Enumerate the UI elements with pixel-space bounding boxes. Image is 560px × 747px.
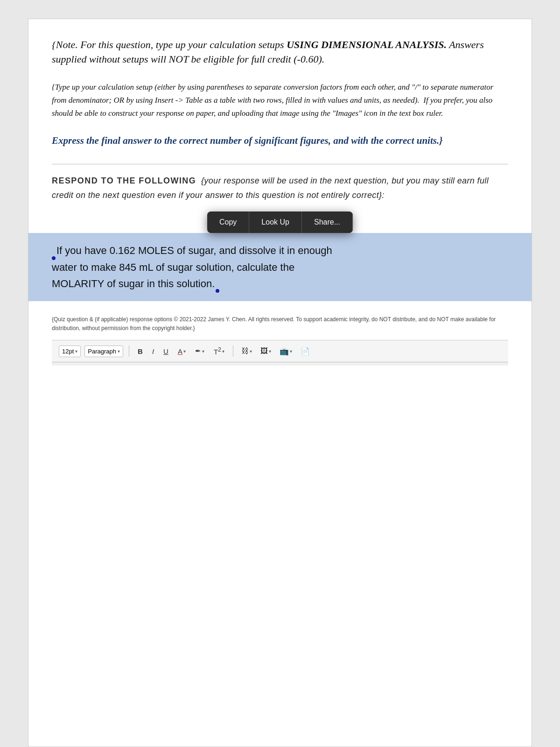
link-icon: ⛓ [241, 347, 249, 355]
content-area: {Note. For this question, type up your c… [28, 19, 532, 747]
selected-line1: If you have 0.162 MOLES of sugar, and di… [56, 245, 332, 256]
highlight-chevron: ▾ [202, 349, 204, 354]
font-color-label: A [178, 347, 182, 355]
toolbar-divider-1 [129, 345, 129, 357]
media-icon: 📺 [280, 347, 289, 356]
media-chevron: ▾ [290, 349, 292, 354]
font-size-select[interactable]: 12pt ▾ [59, 345, 81, 357]
highlight-label: ✒ [195, 347, 201, 355]
page-container: {Note. For this question, type up your c… [0, 0, 560, 747]
link-chevron: ▾ [250, 349, 252, 354]
copyright-text: {Quiz question & (if applicable) respons… [52, 315, 508, 333]
link-button[interactable]: ⛓ ▾ [239, 345, 254, 357]
highlight-button[interactable]: ✒ ▾ [192, 345, 207, 357]
paragraph-chevron: ▾ [118, 349, 120, 354]
toolbar-divider-2 [233, 345, 233, 357]
underline-button[interactable]: U [161, 346, 171, 357]
context-menu-copy[interactable]: Copy [207, 211, 249, 233]
note-block: {Note. For this question, type up your c… [52, 38, 508, 67]
instruction-text: {Type up your calculation setup (either … [52, 81, 508, 120]
image-button[interactable]: 🖼 ▾ [258, 345, 273, 357]
toolbar: 12pt ▾ Paragraph ▾ B I U A ▾ ✒ ▾ T2 ▾ [52, 340, 508, 362]
image-icon: 🖼 [260, 347, 268, 355]
selected-text: If you have 0.162 MOLES of sugar, and di… [52, 242, 508, 292]
context-menu-wrapper: Copy Look Up Share... [52, 211, 508, 233]
context-menu-lookup[interactable]: Look Up [249, 211, 302, 233]
font-size-chevron: ▾ [75, 349, 77, 354]
paragraph-label: Paragraph [88, 348, 116, 355]
doc-icon: 📄 [301, 347, 310, 356]
cursor-end [216, 289, 219, 293]
italic-button[interactable]: I [149, 346, 157, 357]
express-block: Express the final answer to the correct … [52, 134, 508, 148]
doc-button[interactable]: 📄 [298, 345, 312, 357]
copyright-block: {Quiz question & (if applicable) respons… [52, 315, 508, 340]
selected-text-block: If you have 0.162 MOLES of sugar, and di… [28, 233, 532, 301]
context-menu: Copy Look Up Share... [207, 211, 353, 233]
note-text: {Note. For this question, type up your c… [52, 38, 508, 67]
font-size-label: 12pt [62, 348, 74, 355]
selected-line3: MOLARITY of sugar in this solution. [52, 278, 215, 289]
respond-block: RESPOND TO THE FOLLOWING {your response … [52, 164, 508, 202]
bottom-bar [52, 362, 508, 366]
superscript-chevron: ▾ [222, 349, 224, 354]
bold-button[interactable]: B [135, 346, 146, 357]
respond-text: RESPOND TO THE FOLLOWING {your response … [52, 174, 508, 202]
cursor-start [52, 256, 56, 260]
image-chevron: ▾ [269, 349, 271, 354]
selected-line2: water to make 845 mL of sugar solution, … [52, 261, 294, 273]
context-menu-share[interactable]: Share... [302, 211, 353, 233]
media-button[interactable]: 📺 ▾ [277, 345, 294, 357]
font-color-chevron: ▾ [183, 349, 186, 354]
superscript-label: T2 [214, 346, 221, 356]
instruction-block: {Type up your calculation setup (either … [52, 81, 508, 120]
express-text: Express the final answer to the correct … [52, 134, 508, 148]
respond-heading: RESPOND TO THE FOLLOWING [52, 176, 196, 185]
superscript-button[interactable]: T2 ▾ [211, 345, 227, 357]
paragraph-select[interactable]: Paragraph ▾ [84, 345, 123, 357]
font-color-button[interactable]: A ▾ [175, 346, 189, 357]
